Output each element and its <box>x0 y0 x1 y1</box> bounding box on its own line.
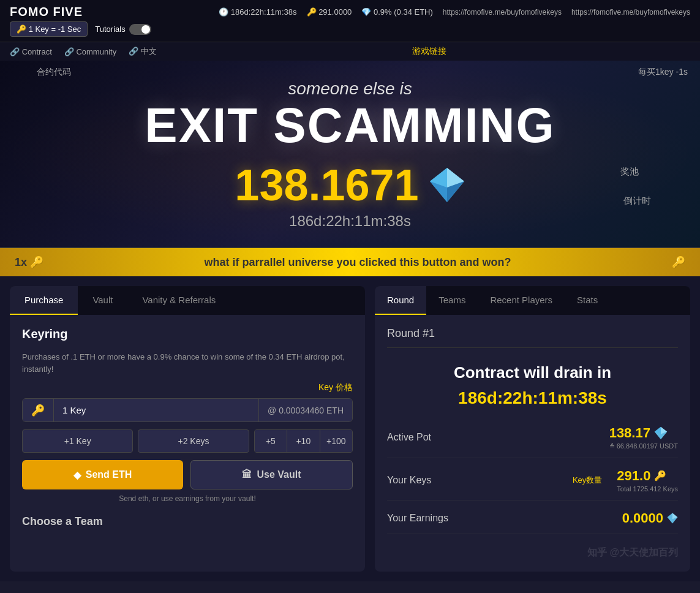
panel-title: Keyring <box>22 327 353 341</box>
contract-link[interactable]: 🔗 Contract <box>10 47 52 56</box>
header-right: 🔑 1 Key = -1 Sec Tutorials <box>10 21 151 37</box>
tab-stats[interactable]: Stats <box>565 286 610 315</box>
hero-pot: 138.1671 奖池 <box>12 160 688 210</box>
purchase-panel-content: Keyring Purchases of .1 ETH or more have… <box>10 315 365 540</box>
hero-amount: 138.1671 <box>235 160 418 210</box>
chinese-link[interactable]: 🔗 中文 <box>129 46 157 57</box>
active-pot-value-col: 138.17 ≙ 66,848.00197 USDT <box>609 425 678 450</box>
qty-btn-2keys[interactable]: +2 Keys <box>138 429 249 453</box>
cta-key-icon: 🔑 <box>30 256 43 268</box>
tutorials-section: Tutorials <box>95 24 151 35</box>
cta-bar[interactable]: 1x 🔑 what if parrallel universe you clic… <box>0 248 700 276</box>
qty-row: +1 Key +2 Keys +5 +10 +100 <box>22 429 353 453</box>
header-timer: 🕐 186d:22h:11m:38s <box>219 7 296 17</box>
link-icon-sub2: 🔗 <box>64 47 74 56</box>
active-pot-row: Active Pot 138.17 ≙ 66,848.00197 USDT <box>387 425 678 458</box>
round-panel-content: Round #1 Contract will drain in 186d:22h… <box>375 315 690 572</box>
header-link2[interactable]: https://fomofive.me/buyfomofivekeys <box>571 8 690 17</box>
qty-btn-group: +5 +10 +100 <box>254 429 353 453</box>
use-vault-button[interactable]: 🏛 Use Vault <box>190 460 353 489</box>
tab-vanity-referrals[interactable]: Vanity & Referrals <box>127 286 230 315</box>
key-input-icon: 🔑 <box>23 399 54 421</box>
your-keys-value: 291.0 🔑 <box>617 468 678 484</box>
price-display: @ 0.00034460 ETH <box>258 399 352 421</box>
community-link[interactable]: 🔗 Community <box>64 47 116 56</box>
hero-contract-label: 合约代码 <box>37 67 71 78</box>
qty-btn-10[interactable]: +10 <box>287 430 320 452</box>
tab-purchase[interactable]: Purchase <box>10 286 78 315</box>
key-icon-badge: 🔑 <box>17 25 26 34</box>
tab-teams[interactable]: Teams <box>426 286 478 315</box>
qty-btn-100[interactable]: +100 <box>320 430 352 452</box>
key-count-label: Key数量 <box>573 475 602 486</box>
header-airdrop: 💎 0.9% (0.34 ETH) <box>361 7 432 17</box>
stats-grid: Active Pot 138.17 ≙ 66,848.00197 USDT <box>387 425 678 534</box>
jiachi-label: 奖池 <box>620 166 639 178</box>
qty-btn-1key[interactable]: +1 Key <box>22 429 133 453</box>
action-row: ◆ Send ETH 🏛 Use Vault <box>22 460 353 489</box>
your-keys-label: Your Keys <box>387 475 431 486</box>
active-pot-usdt: ≙ 66,848.00197 USDT <box>609 442 678 450</box>
eth-icon-earnings <box>667 513 678 524</box>
send-eth-button[interactable]: ◆ Send ETH <box>22 460 183 489</box>
key-input-row: 🔑 @ 0.00034460 ETH <box>22 398 353 422</box>
round-id: Round #1 <box>387 327 678 348</box>
choose-team-label: Choose a Team <box>22 515 353 528</box>
tab-vault[interactable]: Vault <box>78 286 127 315</box>
link-icon-sub1: 🔗 <box>10 47 20 56</box>
key-count-badge: 🔑 1 Key = -1 Sec <box>10 21 88 37</box>
key-icon-stat: 🔑 <box>654 470 666 482</box>
eth-diamond-icon <box>429 167 465 203</box>
countdown-label: 倒计时 <box>623 195 651 207</box>
header: FOMO FIVE 🕐 186d:22h:11m:38s 🔑 291.0000 … <box>0 0 700 42</box>
diamond-icon: 💎 <box>361 7 371 17</box>
app-logo: FOMO FIVE <box>10 5 83 19</box>
contract-drain-timer: 186d:22h:11m:38s <box>387 388 678 408</box>
hero-memai-label: 每买1key -1s <box>638 67 688 78</box>
header-link1[interactable]: https://fomofive.me/buyfomofivekeys <box>443 8 562 17</box>
key-price-label: Key 价格 <box>22 382 353 393</box>
game-link-center: 游戏链接 <box>169 46 690 57</box>
tab-recent-players[interactable]: Recent Players <box>478 286 565 315</box>
vault-icon-btn: 🏛 <box>242 469 252 480</box>
key-icon: 🔑 <box>307 7 317 17</box>
header-meta: 🕐 186d:22h:11m:38s 🔑 291.0000 💎 0.9% (0.… <box>219 7 690 17</box>
your-keys-value-col: 291.0 🔑 Total 1725.412 Keys <box>617 468 678 493</box>
eth-icon-btn: ◆ <box>73 469 81 481</box>
header-keys: 🔑 291.0000 <box>307 7 352 17</box>
cta-prefix: 1x 🔑 <box>15 255 43 269</box>
key-quantity-input[interactable] <box>54 399 258 421</box>
cta-right-icon: 🔑 <box>672 255 685 269</box>
link-icon-sub3: 🔗 <box>129 47 138 56</box>
overlay-container: 知乎 @大天使加百列 <box>387 546 678 559</box>
info-text: Purchases of .1 ETH or more have a 0.9% … <box>22 351 353 375</box>
subheader: 🔗 Contract 🔗 Community 🔗 中文 游戏链接 <box>0 42 700 61</box>
eth-icon-pot <box>654 426 668 440</box>
contract-drain-text: Contract will drain in <box>387 363 678 383</box>
your-earnings-row: Your Earnings 0.0000 <box>387 510 678 534</box>
tutorials-toggle-switch[interactable] <box>129 24 151 35</box>
hero-main-title: EXIT SCAMMING <box>12 101 688 150</box>
right-panel: Round Teams Recent Players Stats Round #… <box>375 286 690 572</box>
active-pot-label: Active Pot <box>387 432 431 443</box>
round-main: Contract will drain in 186d:22h:11m:38s <box>387 363 678 408</box>
main-content: Purchase Vault Vanity & Referrals Keyrin… <box>0 276 700 581</box>
cta-text: what if parrallel universe you clicked t… <box>51 256 664 269</box>
your-keys-right: Key数量 291.0 🔑 Total 1725.412 Keys <box>573 468 678 493</box>
your-earnings-label: Your Earnings <box>387 513 448 524</box>
overlay-text: 知乎 @大天使加百列 <box>387 546 678 559</box>
hero-timer-display: 186d:22h:11m:38s <box>12 213 688 230</box>
send-hint: Send eth, or use earnings from your vaul… <box>22 494 353 503</box>
hero-section: 合约代码 每买1key -1s someone else is EXIT SCA… <box>0 61 700 248</box>
right-tab-bar: Round Teams Recent Players Stats <box>375 286 690 315</box>
left-panel: Purchase Vault Vanity & Referrals Keyrin… <box>10 286 365 572</box>
qty-btn-5[interactable]: +5 <box>255 430 287 452</box>
your-earnings-value: 0.0000 <box>622 510 678 526</box>
your-keys-total: Total 1725.412 Keys <box>617 485 678 493</box>
active-pot-value: 138.17 <box>609 425 678 441</box>
hero-someone-text: someone else is <box>12 79 688 99</box>
timer-icon: 🕐 <box>219 7 228 17</box>
left-tab-bar: Purchase Vault Vanity & Referrals <box>10 286 365 315</box>
your-keys-row: Your Keys Key数量 291.0 🔑 Total 1725.412 K… <box>387 468 678 500</box>
tab-round[interactable]: Round <box>375 286 426 315</box>
